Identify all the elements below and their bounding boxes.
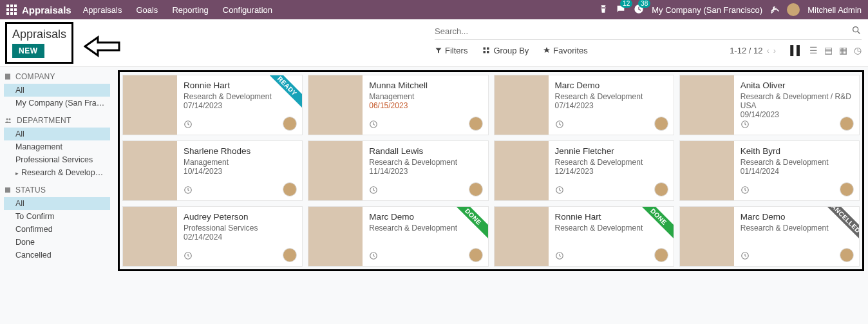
appraisal-card[interactable]: Ronnie HartResearch & Development07/14/2…: [122, 75, 303, 135]
filters-button[interactable]: Filters: [435, 46, 467, 55]
search-bar[interactable]: [435, 23, 862, 40]
card-info: Randall LewisResearch & Development11/14…: [363, 141, 487, 200]
apps-icon[interactable]: [6, 5, 17, 15]
user-name[interactable]: Mitchell Admin: [807, 5, 862, 15]
sidebar-item[interactable]: Done: [4, 236, 110, 249]
activity-icon[interactable]: 38: [634, 4, 644, 16]
manager-avatar[interactable]: [654, 248, 668, 262]
employee-photo: [308, 141, 363, 201]
activity-icon[interactable]: [741, 251, 750, 262]
sidebar-item[interactable]: Professional Services: [4, 153, 110, 166]
card-info: Marc DemoResearch & DevelopmentDONE: [363, 207, 487, 266]
manager-avatar[interactable]: [469, 182, 483, 196]
employee-photo: [123, 207, 177, 267]
controls-row: Filters Group By Favorites 1-12 / 12 ‹ ›…: [435, 45, 862, 55]
activity-icon[interactable]: [369, 120, 378, 131]
card-info: Marc DemoResearch & Development07/14/202…: [549, 75, 674, 135]
pager-prev[interactable]: ‹: [766, 46, 769, 55]
appraisal-card[interactable]: Marc DemoResearch & Development07/14/202…: [494, 75, 674, 135]
sidebar-item[interactable]: Management: [4, 140, 110, 153]
view-gantt-icon[interactable]: ◷: [854, 45, 862, 55]
menu-appraisals[interactable]: Appraisals: [83, 5, 122, 15]
appraisal-card[interactable]: Ronnie HartResearch & DevelopmentDONE: [494, 206, 674, 267]
manager-avatar[interactable]: [654, 182, 668, 196]
activity-icon[interactable]: [369, 251, 378, 262]
appraisal-card[interactable]: Jennie FletcherResearch & Development12/…: [494, 140, 674, 201]
appraisal-card[interactable]: Marc DemoResearch & DevelopmentCANCELLED: [679, 206, 860, 267]
department-label: Research & Development: [555, 224, 667, 233]
company-switcher[interactable]: My Company (San Francisco): [652, 5, 762, 15]
employee-photo: [308, 207, 363, 267]
user-avatar[interactable]: [787, 3, 800, 16]
appraisal-card[interactable]: Munna MitchellManagement06/15/2023: [308, 75, 488, 135]
employee-photo: [123, 141, 177, 201]
menu-goals[interactable]: Goals: [136, 5, 158, 15]
sidebar-item[interactable]: Confirmed: [4, 223, 110, 236]
phone-icon[interactable]: [599, 5, 608, 15]
new-button[interactable]: NEW: [12, 44, 44, 58]
manager-avatar[interactable]: [840, 117, 854, 131]
employee-photo: [680, 207, 734, 267]
manager-avatar[interactable]: [469, 248, 483, 262]
activity-icon[interactable]: [184, 251, 193, 262]
view-kanban-icon[interactable]: ▌▌: [790, 45, 803, 55]
manager-avatar[interactable]: [654, 117, 668, 131]
appraisal-card[interactable]: Marc DemoResearch & DevelopmentDONE: [308, 206, 488, 267]
sidebar-item[interactable]: Cancelled: [4, 249, 110, 262]
top-nav: Appraisals Appraisals Goals Reporting Co…: [0, 0, 868, 19]
manager-avatar[interactable]: [283, 248, 297, 262]
activity-icon[interactable]: [741, 120, 750, 131]
sidebar-item[interactable]: To Confirm: [4, 210, 110, 223]
appraisal-card[interactable]: Sharlene RhodesManagement10/14/2023: [122, 140, 303, 201]
manager-avatar[interactable]: [840, 182, 854, 196]
sidebar-item[interactable]: All: [4, 84, 110, 97]
menu-reporting[interactable]: Reporting: [172, 5, 208, 15]
view-switcher: ▌▌ ☰ ▤ ▦ ◷: [790, 45, 862, 55]
employee-name: Randall Lewis: [369, 146, 481, 156]
menu-configuration[interactable]: Configuration: [223, 5, 272, 15]
activity-icon[interactable]: [184, 120, 193, 131]
department-label: Research & Development: [555, 158, 667, 167]
search-icon[interactable]: [851, 25, 862, 37]
tools-icon[interactable]: [770, 5, 779, 15]
messaging-icon[interactable]: 12: [616, 4, 626, 16]
view-calendar-icon[interactable]: ▦: [839, 45, 847, 55]
favorites-button[interactable]: Favorites: [543, 46, 587, 55]
department-label: Research & Development: [184, 92, 296, 101]
pager-next[interactable]: ›: [773, 46, 776, 55]
activity-icon[interactable]: [555, 186, 564, 196]
sidebar: COMPANYAllMy Company (San Franc...DEPART…: [0, 67, 114, 324]
manager-avatar[interactable]: [283, 182, 297, 196]
sidebar-item[interactable]: All: [4, 128, 110, 140]
activity-icon[interactable]: [184, 186, 193, 196]
department-label: Research & Development: [741, 224, 853, 233]
appraisal-card[interactable]: Anita OliverResearch & Development / R&D…: [679, 75, 860, 135]
sidebar-section: STATUSAllTo ConfirmConfirmedDoneCancelle…: [4, 186, 110, 262]
cards-highlight-box: Ronnie HartResearch & Development07/14/2…: [118, 70, 864, 271]
manager-avatar[interactable]: [283, 117, 297, 131]
sidebar-item[interactable]: My Company (San Franc...: [4, 97, 110, 110]
top-menu: Appraisals Goals Reporting Configuration: [83, 5, 272, 15]
appraisal-date: 10/14/2023: [184, 167, 296, 176]
search-input[interactable]: [435, 26, 851, 36]
sidebar-item[interactable]: Research & Development: [4, 166, 110, 179]
toolbar: Appraisals NEW Filters Group By Favorite…: [0, 19, 868, 67]
view-list-icon[interactable]: ☰: [809, 45, 818, 55]
appraisal-card[interactable]: Randall LewisResearch & Development11/14…: [308, 140, 488, 201]
manager-avatar[interactable]: [840, 248, 854, 262]
employee-photo: [495, 141, 549, 201]
sidebar-section-head: STATUS: [4, 186, 110, 195]
activity-icon[interactable]: [555, 120, 564, 131]
svg-point-0: [853, 27, 858, 32]
activity-icon[interactable]: [741, 186, 750, 196]
view-activity-icon[interactable]: ▤: [824, 45, 833, 55]
activity-icon[interactable]: [369, 186, 378, 196]
appraisal-card[interactable]: Audrey PetersonProfessional Services02/1…: [122, 206, 303, 267]
employee-name: Anita Oliver: [741, 81, 853, 90]
manager-avatar[interactable]: [469, 117, 483, 131]
activity-icon[interactable]: [555, 251, 564, 262]
app-brand[interactable]: Appraisals: [22, 5, 71, 15]
appraisal-card[interactable]: Keith ByrdResearch & Development01/14/20…: [679, 140, 860, 201]
sidebar-item[interactable]: All: [4, 197, 110, 210]
groupby-button[interactable]: Group By: [482, 46, 529, 55]
